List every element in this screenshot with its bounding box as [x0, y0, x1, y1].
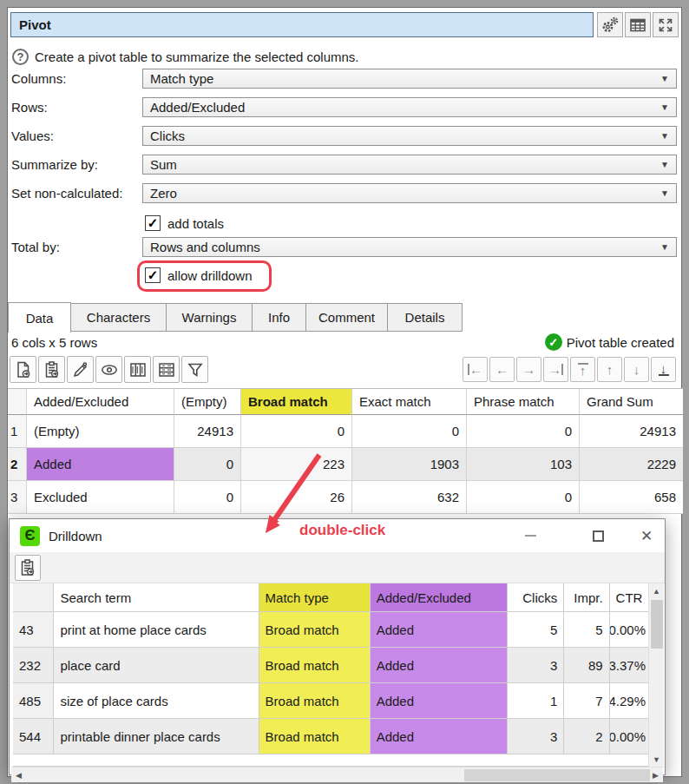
table-row[interactable]: 485 size of place cards Broad match Adde… [13, 683, 649, 719]
row-view-button[interactable] [153, 356, 180, 383]
table-row[interactable]: 43 print at home place cards Broad match… [13, 612, 649, 648]
columns-select[interactable]: Match type ▼ [142, 69, 677, 89]
row-number[interactable]: 3 [8, 481, 27, 514]
table-row[interactable]: 3 Excluded 0 26 632 0 658 [8, 481, 683, 514]
cell-purple[interactable]: Added [371, 612, 509, 648]
cell-yellow[interactable]: Broad match [259, 719, 371, 754]
cell[interactable]: printable dinner place cards [54, 719, 259, 754]
tab-comment[interactable]: Comment [305, 303, 388, 332]
cell[interactable]: 3.37% [610, 648, 649, 683]
copy-button[interactable] [38, 356, 65, 383]
cell-purple[interactable]: Added [371, 683, 509, 719]
values-select[interactable]: Clicks ▼ [142, 126, 677, 146]
checkbox-check-icon[interactable]: ✓ [145, 215, 161, 231]
cell-yellow[interactable]: Broad match [259, 612, 371, 648]
cell[interactable]: 658 [580, 481, 683, 514]
maximize-button[interactable] [579, 519, 617, 552]
column-header[interactable]: Grand Sum [580, 389, 683, 415]
close-button[interactable]: ✕ [627, 519, 666, 552]
table-row-selected[interactable]: 2 Added 0 223 1903 103 2229 [8, 448, 683, 481]
row-number[interactable]: 232 [13, 648, 54, 683]
cell[interactable]: 0 [467, 415, 580, 448]
go-first-column-button[interactable]: ← [463, 357, 488, 382]
drilldown-copy-button[interactable] [15, 555, 41, 581]
panel-titlebar[interactable]: Pivot [10, 12, 594, 37]
tab-characters[interactable]: Characters [70, 303, 167, 332]
column-header[interactable]: Search term [54, 583, 259, 612]
cell[interactable]: 150.00% [610, 719, 649, 754]
go-right-button[interactable]: → [516, 357, 541, 382]
cell[interactable]: 7 [564, 683, 609, 719]
rows-select[interactable]: Added/Excluded ▼ [142, 97, 677, 117]
cell[interactable]: 0 [241, 415, 352, 448]
row-number[interactable]: 2 [8, 448, 27, 481]
cell[interactable]: 1903 [352, 448, 467, 481]
tab-data[interactable]: Data [8, 302, 71, 333]
scrollbar-thumb[interactable] [464, 769, 650, 781]
cell[interactable]: 5 [508, 612, 564, 648]
column-header-purple[interactable]: Added/Excluded [371, 583, 509, 612]
cell[interactable]: 26 [241, 481, 352, 514]
add-totals-checkbox[interactable]: ✓ add totals [145, 215, 224, 231]
cell[interactable]: size of place cards [54, 683, 259, 719]
column-header[interactable]: Phrase match [467, 389, 580, 415]
cell[interactable]: place card [54, 648, 259, 683]
cell-yellow[interactable]: Broad match [259, 683, 371, 719]
column-header[interactable]: Impr. [564, 583, 609, 612]
filter-button[interactable] [181, 356, 208, 383]
cell[interactable]: 3 [508, 648, 564, 683]
cell[interactable]: print at home place cards [54, 612, 259, 648]
cell-purple[interactable]: Added [371, 648, 509, 683]
table-row[interactable]: 1 (Empty) 24913 0 0 0 24913 [8, 415, 683, 448]
summarize-select[interactable]: Sum ▼ [142, 155, 677, 175]
table-view-button[interactable] [625, 12, 651, 37]
cell-current[interactable]: 223 [241, 448, 352, 481]
go-last-column-button[interactable]: → [543, 357, 568, 382]
go-first-row-button[interactable]: ↑ [570, 357, 595, 382]
row-number[interactable]: 1 [8, 415, 27, 448]
scroll-up-icon[interactable]: ▲ [649, 583, 664, 598]
cell[interactable]: 5 [564, 612, 609, 648]
cell[interactable]: 89 [564, 648, 609, 683]
cell-highlighted-purple[interactable]: Added [27, 448, 174, 481]
cell[interactable]: 24913 [174, 415, 241, 448]
cell[interactable]: 14.29% [610, 683, 649, 719]
row-number[interactable]: 544 [13, 719, 54, 754]
vertical-scrollbar[interactable]: ▲ ▼ [648, 583, 664, 767]
scroll-right-icon[interactable]: ▶ [648, 768, 663, 782]
table-row[interactable]: 232 place card Broad match Added 3 89 3.… [13, 648, 649, 683]
export-file-button[interactable] [10, 356, 36, 383]
go-down-button[interactable]: ↓ [624, 357, 649, 382]
cell[interactable]: 2229 [580, 448, 683, 481]
cell[interactable]: 3 [508, 719, 564, 754]
column-header[interactable]: Exact match [352, 389, 467, 415]
column-header[interactable]: Clicks [508, 583, 564, 612]
cell[interactable]: 632 [352, 481, 467, 514]
scroll-left-icon[interactable]: ◀ [11, 768, 26, 782]
settings-button[interactable] [597, 12, 623, 37]
cell[interactable]: 0 [174, 481, 241, 514]
table-row[interactable]: 544 printable dinner place cards Broad m… [13, 719, 649, 754]
set-non-calculated-select[interactable]: Zero ▼ [142, 183, 677, 203]
expand-button[interactable] [653, 12, 679, 37]
cell[interactable]: 0 [352, 415, 467, 448]
cell[interactable]: (Empty) [27, 415, 174, 448]
row-number[interactable]: 43 [13, 612, 54, 648]
column-header[interactable]: (Empty) [174, 389, 241, 415]
tab-info[interactable]: Info [252, 303, 306, 332]
row-number[interactable]: 485 [13, 683, 54, 719]
cell[interactable]: 2 [564, 719, 609, 754]
cell[interactable]: 1 [508, 683, 564, 719]
tab-details[interactable]: Details [387, 303, 463, 332]
column-header[interactable]: CTR [610, 583, 649, 612]
total-by-select[interactable]: Rows and columns ▼ [142, 237, 677, 257]
cell[interactable]: 103 [467, 448, 580, 481]
minimize-button[interactable] [511, 519, 549, 552]
column-header-highlighted[interactable]: Broad match [241, 389, 352, 415]
help-icon[interactable]: ? [12, 49, 29, 65]
go-up-button[interactable]: ↑ [597, 357, 622, 382]
column-header-yellow[interactable]: Match type [259, 583, 371, 612]
cell-purple[interactable]: Added [371, 719, 509, 754]
column-view-button[interactable] [124, 356, 151, 383]
cell[interactable]: 0 [467, 481, 580, 514]
